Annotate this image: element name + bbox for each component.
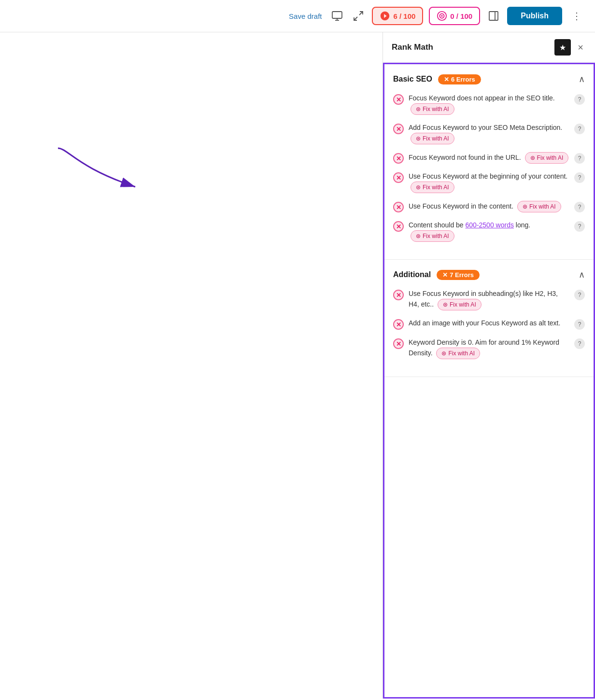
error-icon: ✕ — [393, 202, 404, 212]
ai-badge-icon: ⊛ — [416, 183, 421, 192]
additional-badge-x: ✕ — [442, 271, 448, 279]
check-item: ✕ Content should be 600-2500 words long.… — [393, 220, 585, 242]
check-item-text: Content should be 600-2500 words long. ⊛… — [409, 220, 569, 242]
close-icon: × — [578, 42, 583, 53]
more-dots-icon: ⋮ — [572, 11, 581, 21]
editor-area[interactable] — [0, 32, 382, 699]
rank-math-panel: Rank Math ★ × Basic SEO ✕ — [382, 32, 595, 699]
basic-seo-badge-x: ✕ — [444, 76, 449, 83]
seo-score-value: 6 / 100 — [393, 12, 415, 20]
svg-rect-0 — [332, 12, 342, 18]
basic-seo-title-group: Basic SEO ✕ 6 Errors — [393, 74, 481, 84]
basic-seo-section: Basic SEO ✕ 6 Errors ∧ ✕ Focus Keyword d — [384, 64, 594, 260]
fix-ai-button[interactable]: ⊛ Fix with AI — [436, 348, 480, 359]
desktop-view-button[interactable] — [329, 8, 345, 24]
svg-line-4 — [354, 17, 357, 20]
check-item: ✕ Add Focus Keyword to your SEO Meta Des… — [393, 123, 585, 144]
check-item-text: Use Focus Keyword at the beginning of yo… — [409, 171, 569, 193]
more-options-button[interactable]: ⋮ — [568, 8, 585, 24]
basic-seo-error-badge: ✕ 6 Errors — [438, 74, 481, 84]
ai-badge-icon: ⊛ — [416, 232, 421, 240]
ai-badge-icon: ⊛ — [416, 134, 421, 143]
star-button[interactable]: ★ — [554, 39, 571, 56]
seo-score-icon — [380, 11, 390, 21]
check-item: ✕ Add an image with your Focus Keyword a… — [393, 318, 585, 330]
error-icon: ✕ — [393, 338, 404, 349]
ai-score-badge[interactable]: 0 / 100 — [429, 7, 480, 25]
basic-seo-collapse-button[interactable]: ∧ — [579, 74, 585, 84]
panel-content: Basic SEO ✕ 6 Errors ∧ ✕ Focus Keyword d — [383, 63, 595, 699]
panel-header-icons: ★ × — [554, 39, 586, 56]
ai-score-icon — [437, 11, 447, 21]
star-icon: ★ — [559, 43, 566, 52]
fix-ai-button[interactable]: ⊛ Fix with AI — [438, 299, 482, 310]
ai-badge-icon: ⊛ — [530, 154, 535, 162]
word-count-link[interactable]: 600-2500 words — [466, 221, 514, 229]
fix-ai-button[interactable]: ⊛ Fix with AI — [517, 201, 561, 212]
ai-score-value: 0 / 100 — [450, 12, 472, 20]
check-item: ✕ Use Focus Keyword in subheading(s) lik… — [393, 289, 585, 310]
svg-rect-7 — [489, 12, 498, 20]
check-item-text: Focus Keyword not found in the URL. ⊛ Fi… — [409, 152, 569, 164]
additional-badge-label: 7 Errors — [450, 271, 474, 279]
check-item: ✕ Focus Keyword does not appear in the S… — [393, 93, 585, 115]
help-button[interactable]: ? — [574, 221, 585, 232]
help-button[interactable]: ? — [574, 338, 585, 349]
seo-score-badge[interactable]: 6 / 100 — [372, 7, 423, 25]
desktop-icon — [331, 10, 343, 22]
error-icon: ✕ — [393, 221, 404, 232]
check-item: ✕ Use Focus Keyword in the content. ⊛ Fi… — [393, 201, 585, 212]
check-item-text: Keyword Density is 0. Aim for around 1% … — [409, 337, 569, 359]
basic-seo-badge-label: 6 Errors — [451, 76, 475, 83]
check-item-text: Use Focus Keyword in the content. ⊛ Fix … — [409, 201, 569, 212]
basic-seo-title: Basic SEO — [393, 75, 432, 84]
fix-ai-button[interactable]: ⊛ Fix with AI — [411, 182, 454, 193]
main-layout: Rank Math ★ × Basic SEO ✕ — [0, 32, 595, 699]
fullscreen-button[interactable] — [351, 8, 366, 24]
sidebar-icon — [488, 10, 499, 22]
fix-ai-label: Fix with AI — [423, 232, 449, 240]
check-item-text: Add an image with your Focus Keyword as … — [409, 318, 569, 328]
fix-ai-label: Fix with AI — [423, 134, 449, 143]
check-item-text: Focus Keyword does not appear in the SEO… — [409, 93, 569, 115]
fix-ai-button[interactable]: ⊛ Fix with AI — [411, 133, 454, 144]
fix-ai-label: Fix with AI — [537, 154, 564, 162]
svg-line-3 — [359, 12, 363, 15]
error-icon: ✕ — [393, 124, 404, 134]
publish-button[interactable]: Publish — [507, 7, 562, 25]
ai-badge-icon: ⊛ — [443, 300, 448, 309]
fix-ai-label: Fix with AI — [529, 202, 556, 211]
arrow-annotation — [48, 139, 145, 211]
fix-ai-label: Fix with AI — [423, 105, 449, 113]
help-button[interactable]: ? — [574, 94, 585, 105]
fix-ai-button[interactable]: ⊛ Fix with AI — [525, 152, 569, 164]
additional-error-badge: ✕ 7 Errors — [437, 270, 480, 280]
close-panel-button[interactable]: × — [575, 41, 586, 54]
save-draft-button[interactable]: Save draft — [289, 12, 322, 20]
fix-ai-button[interactable]: ⊛ Fix with AI — [411, 230, 454, 242]
help-button[interactable]: ? — [574, 172, 585, 183]
error-icon: ✕ — [393, 153, 404, 164]
error-icon: ✕ — [393, 172, 404, 183]
check-item-text: Add Focus Keyword to your SEO Meta Descr… — [409, 123, 569, 144]
help-button[interactable]: ? — [574, 290, 585, 300]
help-button[interactable]: ? — [574, 153, 585, 164]
additional-title: Additional — [393, 270, 431, 279]
panel-header: Rank Math ★ × — [383, 32, 595, 63]
check-item: ✕ Keyword Density is 0. Aim for around 1… — [393, 337, 585, 359]
additional-title-group: Additional ✕ 7 Errors — [393, 270, 480, 280]
fix-ai-label: Fix with AI — [423, 183, 449, 192]
toolbar: Save draft 6 / 100 0 / 100 — [0, 0, 595, 32]
svg-point-6 — [441, 15, 443, 17]
sidebar-toggle-button[interactable] — [486, 8, 501, 24]
help-button[interactable]: ? — [574, 319, 585, 330]
check-item: ✕ Focus Keyword not found in the URL. ⊛ … — [393, 152, 585, 164]
additional-collapse-button[interactable]: ∧ — [579, 269, 585, 280]
basic-seo-header: Basic SEO ✕ 6 Errors ∧ — [393, 74, 585, 84]
help-button[interactable]: ? — [574, 202, 585, 212]
fix-ai-button[interactable]: ⊛ Fix with AI — [411, 103, 454, 115]
check-item-text: Use Focus Keyword in subheading(s) like … — [409, 289, 569, 310]
ai-badge-icon: ⊛ — [523, 202, 527, 211]
error-icon: ✕ — [393, 290, 404, 300]
help-button[interactable]: ? — [574, 124, 585, 134]
